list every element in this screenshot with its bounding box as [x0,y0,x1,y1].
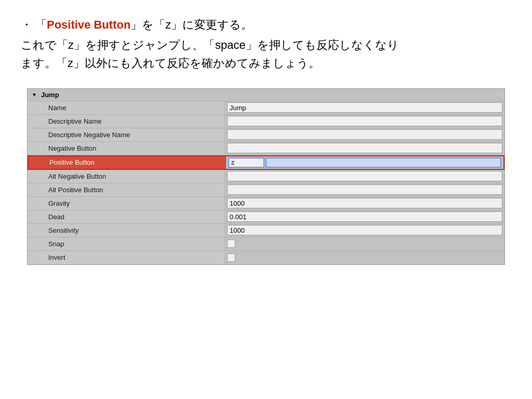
sensitivity-input[interactable] [227,225,502,235]
alt-negative-button-input[interactable] [227,171,502,181]
snap-value [225,237,504,250]
gravity-label: Gravity [28,197,225,210]
invert-row: Invert [28,251,504,264]
alt-positive-button-label: Alt Positive Button [28,183,225,196]
name-input[interactable] [227,102,502,113]
positive-button-row: Positive Button [28,155,504,170]
descriptive-negative-name-input[interactable] [227,129,502,140]
dead-value [225,210,504,223]
positive-button-label: Positive Button [29,156,226,169]
dead-input[interactable] [227,211,502,222]
alt-positive-button-input[interactable] [227,184,502,195]
page-container: ・ 「Positive Button」を「z」に変更する。 これで「z」を押すと… [0,0,532,399]
text-section: ・ 「Positive Button」を「z」に変更する。 これで「z」を押すと… [21,16,511,73]
gravity-input[interactable] [227,198,502,208]
alt-positive-button-row: Alt Positive Button [28,183,504,197]
descriptive-negative-name-label: Descriptive Negative Name [28,128,225,141]
positive-button-input[interactable] [228,157,264,168]
bullet-text: 「Positive Button」を「z」に変更する。 [35,16,252,34]
gravity-row: Gravity [28,197,504,210]
descriptive-name-row: Descriptive Name [28,115,504,128]
section-header: ▼ Jump [28,89,504,101]
invert-label: Invert [28,251,225,264]
name-row: Name [28,101,504,115]
descriptive-negative-name-row: Descriptive Negative Name [28,128,504,142]
invert-checkbox[interactable] [227,254,235,262]
gravity-value [225,197,504,210]
snap-row: Snap [28,237,504,251]
sensitivity-label: Sensitivity [28,224,225,237]
positive-button-value [226,156,503,169]
negative-button-value [225,142,504,155]
snap-label: Snap [28,237,225,250]
inspector-panel: ▼ Jump Name Descriptive Name Descriptive… [27,88,505,265]
descriptive-name-value [225,115,504,128]
snap-checkbox[interactable] [227,240,235,248]
positive-button-secondary-input[interactable] [265,157,501,168]
negative-button-input[interactable] [227,143,502,153]
name-value [225,101,504,114]
sensitivity-row: Sensitivity [28,224,504,237]
negative-button-label: Negative Button [28,142,225,155]
section-title: Jump [41,91,59,99]
paragraph-line-1: これで「z」を押すとジャンプし、「space」を押しても反応しなくなり [21,36,511,54]
descriptive-name-label: Descriptive Name [28,115,225,128]
descriptive-negative-name-value [225,128,504,141]
alt-negative-button-value [225,170,504,183]
name-label: Name [28,101,225,114]
dead-row: Dead [28,210,504,224]
dead-label: Dead [28,210,225,223]
highlight-positive-button: Positive Button [47,18,130,31]
alt-negative-button-row: Alt Negative Button [28,170,504,183]
bullet-dot: ・ [21,16,32,34]
alt-negative-button-label: Alt Negative Button [28,170,225,183]
bullet-line: ・ 「Positive Button」を「z」に変更する。 [21,16,511,34]
collapse-triangle-icon: ▼ [32,92,37,98]
sensitivity-value [225,224,504,237]
alt-positive-button-value [225,183,504,196]
paragraph-line-2: ます。「z」以外にも入れて反応を確かめてみましょう。 [21,54,511,72]
invert-value [225,251,504,264]
descriptive-name-input[interactable] [227,116,502,126]
negative-button-row: Negative Button [28,142,504,155]
